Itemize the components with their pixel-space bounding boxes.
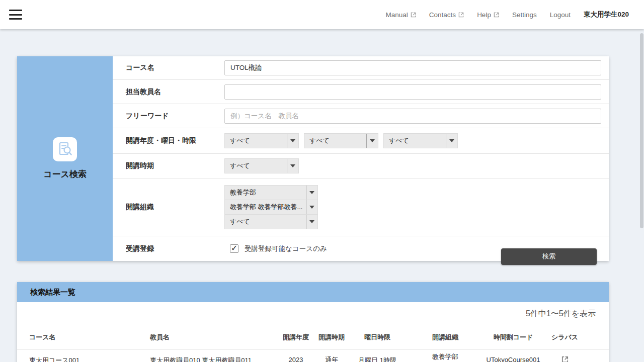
row-organization: 開講組織 教養学部 教養学部 教養学部教養... すべて xyxy=(113,178,609,236)
organization-select-3-value: すべて xyxy=(225,215,306,229)
row-free-word: フリーワード xyxy=(113,104,609,128)
course-name-input[interactable] xyxy=(224,60,601,75)
cell-year: 2023 xyxy=(273,356,318,362)
nav-settings-label: Settings xyxy=(512,11,537,19)
row-instructor: 担当教員名 xyxy=(113,80,609,104)
day-select[interactable]: すべて xyxy=(304,133,378,148)
course-search-panel: コース検索 コース名 担当教員名 フリーワード 開講年度・曜日・時限 xyxy=(17,56,609,261)
free-word-input[interactable] xyxy=(224,109,601,124)
year-day-period-label: 開講年度・曜日・時限 xyxy=(113,136,224,145)
col-term: 開講時期 xyxy=(318,333,345,341)
cell-course-name[interactable]: 東大用コース001 xyxy=(17,356,150,362)
table-row: 東大用コース001 東大用教職員010 東大用教職員011 2023 通年 月曜… xyxy=(17,349,609,362)
year-select[interactable]: すべて xyxy=(224,133,299,148)
organization-label: 開講組織 xyxy=(113,203,224,212)
col-day-period: 曜日時限 xyxy=(345,333,410,342)
search-results-panel: 検索結果一覧 5件中1〜5件を表示 コース名 教員名 開講年度 開講時期 曜日時… xyxy=(17,282,609,362)
registration-checkbox-label: 受講登録可能なコースのみ xyxy=(245,244,327,253)
search-results-title: 検索結果一覧 xyxy=(17,282,609,302)
term-select[interactable]: すべて xyxy=(224,158,299,173)
nav-contacts-label: Contacts xyxy=(429,11,456,19)
course-search-sidebar: コース検索 xyxy=(17,56,113,261)
col-instructors: 教員名 xyxy=(150,333,273,342)
registration-checkbox[interactable] xyxy=(230,244,238,253)
search-button[interactable]: 検索 xyxy=(501,248,597,265)
year-select-value: すべて xyxy=(225,134,287,148)
term-select-value: すべて xyxy=(225,159,287,173)
results-table-header: コース名 教員名 開講年度 開講時期 曜日時限 開講組織 時間割コード シラバス xyxy=(17,326,609,349)
cell-term: 通年 xyxy=(318,356,345,362)
organization-select-2[interactable]: 教養学部 教養学部教養... xyxy=(224,200,318,215)
nav-contacts[interactable]: Contacts xyxy=(429,11,464,19)
chevron-down-icon xyxy=(306,215,317,229)
cell-instructors: 東大用教職員010 東大用教職員011 xyxy=(150,356,273,362)
nav-settings[interactable]: Settings xyxy=(512,11,537,19)
free-word-label: フリーワード xyxy=(113,112,224,121)
course-name-label: コース名 xyxy=(113,63,224,72)
period-select-value: すべて xyxy=(384,134,446,148)
col-course-name: コース名 xyxy=(17,333,150,342)
chevron-down-icon xyxy=(287,159,298,173)
chevron-down-icon xyxy=(306,200,317,214)
col-timetable-code: 時間割コード xyxy=(480,333,546,342)
chevron-down-icon xyxy=(306,186,317,200)
cell-syllabus xyxy=(546,356,584,362)
row-course-name: コース名 xyxy=(113,56,609,80)
external-link-icon[interactable] xyxy=(561,356,569,362)
col-syllabus: シラバス xyxy=(546,333,584,342)
row-registration: 受講登録 受講登録可能なコースのみ 検索 xyxy=(113,236,609,261)
document-search-icon xyxy=(53,137,77,161)
external-link-icon xyxy=(411,12,416,18)
instructor-label: 担当教員名 xyxy=(113,87,224,97)
nav-help-label: Help xyxy=(477,11,491,19)
nav-help[interactable]: Help xyxy=(477,11,499,19)
result-count: 5件中1〜5件を表示 xyxy=(17,302,609,326)
menu-icon[interactable] xyxy=(9,10,22,20)
organization-select-1-value: 教養学部 xyxy=(225,186,306,200)
row-term: 開講時期 すべて xyxy=(113,154,609,178)
term-label: 開講時期 xyxy=(113,161,224,170)
top-bar: Manual Contacts Help Settings Logout 東大用… xyxy=(0,0,644,29)
top-nav: Manual Contacts Help Settings Logout 東大用… xyxy=(386,10,629,19)
row-year-day-period: 開講年度・曜日・時限 すべて すべて すべて xyxy=(113,128,609,154)
day-select-value: すべて xyxy=(304,134,366,148)
external-link-icon xyxy=(458,12,464,18)
col-organization: 開講組織 xyxy=(410,333,480,342)
nav-manual-label: Manual xyxy=(386,11,408,19)
organization-select-3[interactable]: すべて xyxy=(224,214,318,229)
registration-label: 受講登録 xyxy=(113,244,224,253)
username: 東大用学生020 xyxy=(584,10,629,19)
instructor-input[interactable] xyxy=(224,84,601,100)
organization-select-1[interactable]: 教養学部 xyxy=(224,185,318,200)
nav-manual[interactable]: Manual xyxy=(386,11,416,19)
col-year: 開講年度 xyxy=(273,333,318,342)
cell-day-period: 月曜日 1時限 xyxy=(345,356,410,362)
organization-select-2-value: 教養学部 教養学部教養... xyxy=(225,200,306,214)
period-select[interactable]: すべて xyxy=(383,133,458,148)
page-scrollbar-thumb[interactable] xyxy=(640,33,643,228)
cell-organization: 教養学部 xyxy=(410,353,480,362)
cell-timetable-code: UTokyoCourse001 xyxy=(480,356,546,362)
chevron-down-icon xyxy=(366,134,378,148)
course-search-form: コース名 担当教員名 フリーワード 開講年度・曜日・時限 xyxy=(113,56,609,261)
external-link-icon xyxy=(494,12,499,18)
nav-logout[interactable]: Logout xyxy=(550,11,571,19)
chevron-down-icon xyxy=(287,134,298,148)
course-search-title: コース検索 xyxy=(43,168,87,180)
chevron-down-icon xyxy=(446,134,457,148)
nav-logout-label: Logout xyxy=(550,11,571,19)
